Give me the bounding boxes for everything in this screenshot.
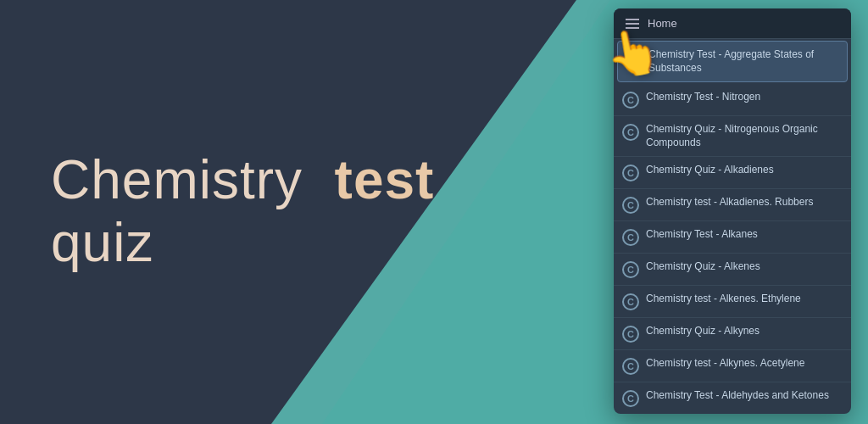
- item-label: Chemistry test - Alkadienes. Rubbers: [646, 196, 843, 209]
- title-line1-normal: Chemistry: [51, 149, 303, 210]
- item-label: Chemistry Test - Aldehydes and Ketones: [646, 389, 843, 403]
- item-icon: C: [622, 165, 639, 181]
- main-title: Chemistry test quiz: [51, 149, 434, 274]
- cursor-hand-icon: 👆: [601, 23, 665, 83]
- item-icon: C: [622, 326, 639, 343]
- item-icon: C: [622, 229, 639, 246]
- item-label: Chemistry Test - Nitrogen: [646, 91, 843, 104]
- list-item[interactable]: CChemistry test - Alkenes. Ethylene: [614, 286, 851, 318]
- list-item[interactable]: CChemistry Quiz - Nitrogenous Organic Co…: [614, 116, 851, 157]
- item-label: Chemistry Quiz - Alkenes: [646, 260, 843, 274]
- item-label: Chemistry test - Alkynes. Acetylene: [646, 357, 843, 371]
- item-icon: C: [622, 92, 639, 109]
- item-label: Chemistry Test - Alkanes: [646, 228, 843, 242]
- item-icon: C: [622, 197, 639, 214]
- list-item[interactable]: CChemistry Test - Alkanes: [614, 221, 851, 254]
- item-label: Chemistry Test - Aggregate States of Sub…: [648, 48, 840, 75]
- item-label: Chemistry Quiz - Alkadienes: [646, 164, 843, 177]
- title-line2: quiz: [51, 212, 153, 273]
- title-line1-bold: test: [335, 149, 435, 210]
- list-item[interactable]: CChemistry test - Alkynes. Acetylene: [614, 350, 851, 382]
- item-icon: C: [622, 293, 639, 310]
- item-icon: C: [622, 390, 639, 407]
- list-item[interactable]: CChemistry Test - Nitrogen: [614, 84, 851, 116]
- item-icon: C: [622, 261, 639, 278]
- item-icon: C: [622, 358, 639, 375]
- list-item[interactable]: CChemistry test - Alkadienes. Rubbers: [614, 189, 851, 221]
- list-item[interactable]: CChemistry Quiz - Alkynes: [614, 318, 851, 350]
- list-item[interactable]: CChemistry Test - Aldehydes and Ketones: [614, 382, 851, 414]
- item-label: Chemistry test - Alkenes. Ethylene: [646, 293, 843, 306]
- list-item[interactable]: CChemistry Quiz - Alkenes: [614, 254, 851, 286]
- quiz-list: CChemistry Test - Aggregate States of Su…: [614, 41, 851, 414]
- item-label: Chemistry Quiz - Alkynes: [646, 325, 843, 338]
- item-label: Chemistry Quiz - Nitrogenous Organic Com…: [646, 123, 843, 149]
- item-icon: C: [622, 124, 639, 141]
- list-item[interactable]: CChemistry Quiz - Alkadienes: [614, 157, 851, 189]
